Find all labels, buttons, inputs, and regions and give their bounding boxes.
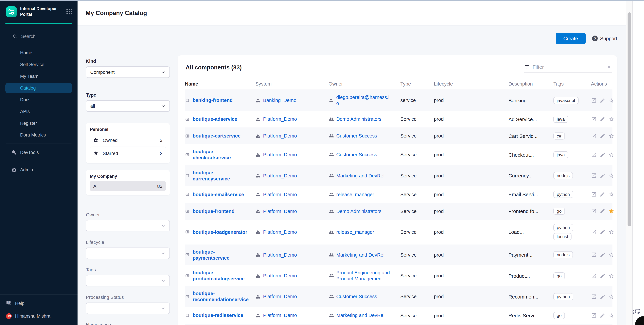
system-link[interactable]: Platform_Demo: [263, 273, 297, 279]
system-link[interactable]: Platform_Demo: [263, 252, 297, 258]
sidebar-item-admin[interactable]: Admin: [5, 165, 72, 175]
brand-block[interactable]: Internal Developer Portal: [0, 1, 78, 21]
system-link[interactable]: Platform_Demo: [263, 313, 297, 319]
open-in-new-icon[interactable]: [591, 116, 597, 122]
support-button[interactable]: ? Support: [592, 35, 617, 41]
owner-link[interactable]: Marketing and DevRel: [336, 252, 384, 258]
open-in-new-icon[interactable]: [591, 173, 597, 178]
open-in-new-icon[interactable]: [591, 97, 597, 103]
column-header-description[interactable]: Description: [508, 81, 554, 86]
chat-widget-icon[interactable]: [632, 307, 641, 316]
owner-link[interactable]: Customer Success: [336, 133, 377, 139]
owner-link[interactable]: Customer Success: [336, 294, 377, 300]
system-link[interactable]: Platform_Demo: [263, 294, 297, 300]
owner-link[interactable]: Customer Success: [336, 152, 377, 158]
system-link[interactable]: Platform_Demo: [263, 229, 297, 235]
component-name-link[interactable]: boutique-adservice: [193, 116, 237, 122]
edit-icon[interactable]: [600, 252, 606, 258]
system-link[interactable]: Platform_Demo: [263, 133, 297, 139]
column-header-owner[interactable]: Owner: [328, 81, 400, 86]
company-filter-all[interactable]: All 83: [90, 181, 166, 191]
star-icon[interactable]: [608, 173, 614, 178]
star-icon[interactable]: [608, 294, 614, 300]
edit-icon[interactable]: [600, 116, 606, 122]
personal-filter-owned[interactable]: Owned 3: [90, 134, 166, 147]
open-in-new-icon[interactable]: [591, 133, 597, 139]
page-scrollbar[interactable]: [632, 1, 644, 325]
filter-input[interactable]: [532, 64, 604, 70]
edit-icon[interactable]: [600, 173, 606, 178]
owner-link[interactable]: diego.pereira@harness.io: [336, 94, 391, 106]
column-header-actions[interactable]: Actions: [591, 81, 612, 86]
edit-icon[interactable]: [600, 313, 606, 318]
edit-icon[interactable]: [600, 294, 606, 300]
sidebar-item-devtools[interactable]: DevTools: [5, 147, 72, 158]
star-icon[interactable]: [608, 133, 614, 139]
star-icon[interactable]: [608, 152, 614, 158]
owner-link[interactable]: Marketing and DevRel: [336, 173, 384, 179]
component-name-link[interactable]: boutique-loadgenerator: [193, 229, 247, 235]
star-icon[interactable]: [608, 192, 614, 197]
system-link[interactable]: Platform_Demo: [263, 191, 297, 197]
edit-icon[interactable]: [600, 133, 606, 139]
column-header-system[interactable]: System: [256, 81, 328, 86]
user-menu[interactable]: HM Himanshu Mishra: [6, 313, 78, 319]
system-link[interactable]: Platform_Demo: [263, 208, 297, 214]
edit-icon[interactable]: [600, 273, 606, 279]
system-link[interactable]: Platform_Demo: [263, 173, 297, 179]
tags-select[interactable]: [86, 275, 170, 287]
system-link[interactable]: Banking_Demo: [263, 97, 296, 103]
kind-select[interactable]: Component: [86, 66, 170, 78]
open-in-new-icon[interactable]: [591, 192, 597, 197]
star-icon[interactable]: [608, 116, 614, 122]
personal-filter-starred[interactable]: Starred 2: [90, 147, 166, 159]
edit-icon[interactable]: [600, 229, 606, 235]
open-in-new-icon[interactable]: [591, 273, 597, 279]
component-name-link[interactable]: boutique-checkoutservice: [193, 149, 250, 161]
clear-filter-icon[interactable]: ✕: [607, 64, 611, 70]
open-in-new-icon[interactable]: [591, 313, 597, 318]
open-in-new-icon[interactable]: [591, 208, 597, 214]
star-icon[interactable]: [608, 208, 614, 214]
system-link[interactable]: Platform_Demo: [263, 116, 297, 122]
content-scrollbar[interactable]: [626, 1, 632, 325]
column-header-tags[interactable]: Tags: [554, 81, 591, 86]
owner-link[interactable]: release_manager: [336, 229, 374, 235]
component-name-link[interactable]: boutique-productcatalogservice: [193, 270, 250, 282]
component-name-link[interactable]: boutique-cartservice: [193, 133, 240, 139]
sidebar-item-register[interactable]: Register: [5, 118, 72, 128]
processing-status-select[interactable]: [86, 303, 170, 314]
edit-icon[interactable]: [600, 192, 606, 197]
component-name-link[interactable]: boutique-frontend: [193, 208, 234, 214]
lifecycle-select[interactable]: [86, 248, 170, 259]
owner-select[interactable]: [86, 220, 170, 231]
apps-grid-icon[interactable]: [66, 9, 72, 14]
owner-link[interactable]: Demo Administrators: [336, 208, 382, 214]
owner-link[interactable]: release_manager: [336, 191, 374, 197]
star-icon[interactable]: [608, 313, 614, 318]
star-icon[interactable]: [608, 229, 614, 235]
component-name-link[interactable]: boutique-paymentservice: [193, 249, 250, 261]
sidebar-item-my-team[interactable]: My Team: [5, 71, 72, 81]
help-button[interactable]: ? Help: [6, 301, 78, 306]
sidebar-item-docs[interactable]: Docs: [5, 95, 72, 105]
edit-icon[interactable]: [600, 97, 606, 103]
sidebar-item-self-service[interactable]: Self Service: [5, 59, 72, 70]
sidebar-item-catalog[interactable]: Catalog: [5, 83, 72, 93]
sidebar-item-home[interactable]: Home: [5, 48, 72, 58]
scrollbar-thumb[interactable]: [628, 12, 631, 226]
edit-icon[interactable]: [600, 152, 606, 158]
sidebar-item-dora-metrics[interactable]: Dora Metrics: [5, 130, 72, 140]
owner-link[interactable]: Product Engineering and Product Manageme…: [336, 270, 391, 282]
column-header-type[interactable]: Type: [400, 81, 434, 86]
open-in-new-icon[interactable]: [591, 152, 597, 158]
edit-icon[interactable]: [600, 208, 606, 214]
star-icon[interactable]: [608, 97, 614, 103]
owner-link[interactable]: Marketing and DevRel: [336, 313, 384, 319]
open-in-new-icon[interactable]: [591, 229, 597, 235]
create-button[interactable]: Create: [556, 33, 586, 44]
star-icon[interactable]: [608, 252, 614, 258]
type-select[interactable]: all: [86, 100, 170, 112]
sidebar-search[interactable]: Search: [12, 34, 78, 39]
component-name-link[interactable]: boutique-currencyservice: [193, 170, 250, 182]
